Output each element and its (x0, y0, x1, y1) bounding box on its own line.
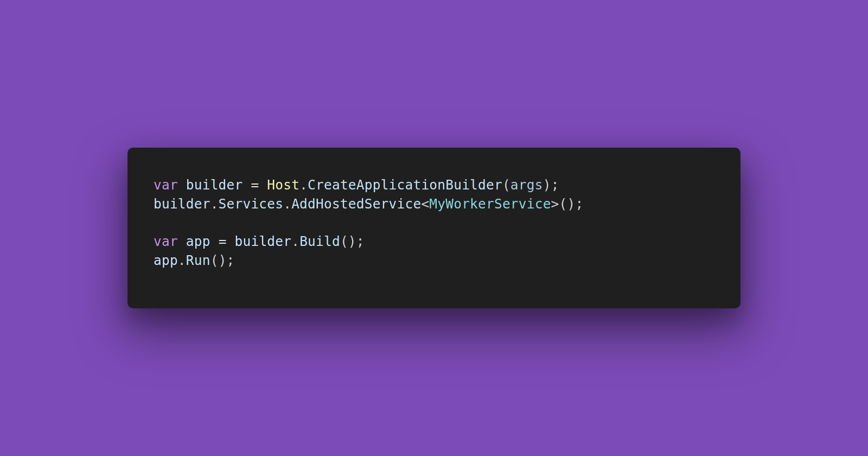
paren-open: ( (559, 196, 567, 212)
paren-open: ( (502, 177, 510, 193)
semicolon: ; (356, 233, 365, 249)
operator-equals: = (251, 177, 259, 193)
identifier-app: app (186, 233, 210, 249)
space (210, 233, 219, 249)
method-create-application-builder: CreateApplicationBuilder (308, 177, 502, 193)
paren-close: ) (348, 233, 356, 249)
keyword-var: var (154, 233, 178, 249)
dot: . (210, 196, 219, 212)
identifier-builder: builder (154, 196, 210, 212)
method-run: Run (186, 252, 210, 268)
dot: . (178, 252, 186, 268)
angle-open: < (421, 196, 429, 212)
property-services: Services (219, 196, 284, 212)
dot: . (283, 196, 291, 212)
paren-open: ( (210, 252, 219, 268)
space (178, 233, 186, 249)
space (259, 177, 267, 193)
paren-close: ) (543, 177, 551, 193)
code-block: var builder = Host.CreateApplicationBuil… (154, 176, 714, 270)
dot: . (299, 177, 308, 193)
dot: . (291, 233, 299, 249)
semicolon: ; (551, 177, 559, 193)
identifier-app: app (154, 252, 178, 268)
paren-close: ) (219, 252, 227, 268)
type-my-worker-service: MyWorkerService (429, 196, 551, 212)
paren-close: ) (567, 196, 576, 212)
method-add-hosted-service: AddHostedService (291, 196, 421, 212)
code-card: var builder = Host.CreateApplicationBuil… (127, 148, 741, 308)
angle-close: > (551, 196, 559, 212)
paren-open: ( (340, 233, 348, 249)
method-build: Build (299, 233, 340, 249)
semicolon: ; (227, 252, 235, 268)
identifier-builder: builder (186, 177, 243, 193)
keyword-var: var (154, 177, 178, 193)
space (227, 233, 235, 249)
space (178, 177, 186, 193)
class-host: Host (267, 177, 299, 193)
operator-equals: = (219, 233, 227, 249)
space (242, 177, 251, 193)
identifier-builder: builder (235, 233, 292, 249)
param-args: args (510, 177, 543, 193)
semicolon: ; (575, 196, 583, 212)
